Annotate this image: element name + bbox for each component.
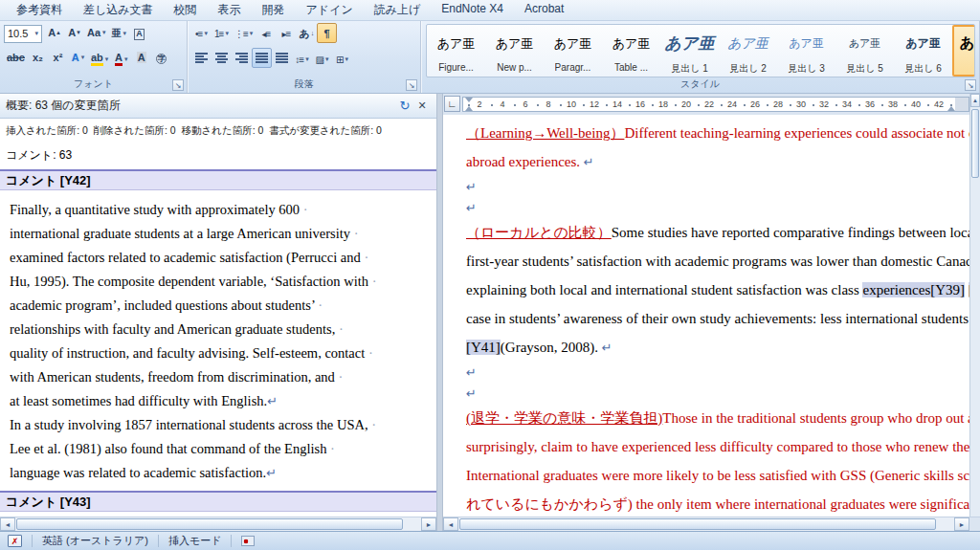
scroll-left-icon[interactable]: ◄	[443, 517, 458, 531]
chevron-down-icon: ▾	[225, 30, 229, 37]
hanging-indent-marker[interactable]	[465, 102, 473, 111]
change-case-button[interactable]: Aa▾	[84, 23, 109, 43]
align-left-button[interactable]	[191, 48, 212, 68]
align-right-button[interactable]	[232, 48, 252, 68]
character-border-button[interactable]: A	[129, 24, 149, 44]
pane-divider[interactable]	[436, 94, 443, 531]
decrease-indent-button[interactable]: ◂≡	[256, 24, 276, 44]
doc-line: International graduates were more likely…	[466, 461, 969, 490]
superscript-glyph: x²	[54, 52, 63, 63]
scroll-right-icon[interactable]: ►	[421, 517, 436, 531]
text-effects-button[interactable]: A▾	[68, 48, 88, 68]
style-item-見出し 2[interactable]: あア亜見出し 2	[719, 25, 777, 77]
style-item-見出し 3[interactable]: あア亜見出し 3	[777, 25, 835, 77]
ruler-tick: 40	[910, 99, 922, 109]
comment-header-y42[interactable]: コメント [Y42]	[0, 169, 436, 190]
menu-tab-アドイン[interactable]: アドイン	[296, 0, 364, 21]
text-highlight-color-button[interactable]: ab▾	[88, 49, 111, 69]
scroll-right-icon[interactable]: ►	[954, 517, 969, 531]
macro-record-icon[interactable]	[241, 536, 255, 546]
distribute-icon	[276, 53, 288, 63]
style-item-見出し 6[interactable]: あア亜見出し 6	[894, 25, 952, 77]
font-color-button[interactable]: A▾	[111, 49, 131, 69]
justify-button[interactable]	[252, 48, 272, 68]
justify-icon	[256, 53, 268, 63]
shading-button[interactable]: ▨▾	[312, 50, 332, 70]
sort-button[interactable]: あ↓	[296, 23, 317, 43]
borders-button[interactable]: ⊞▾	[332, 50, 352, 70]
multilevel-list-button[interactable]: ⋮≡▾	[232, 24, 256, 44]
distribute-button[interactable]	[272, 48, 292, 68]
bullets-glyph: •≡	[195, 29, 202, 39]
subscript-button[interactable]: x₂	[28, 48, 48, 68]
style-preview: あア亜	[849, 25, 881, 62]
style-item-見出し 5[interactable]: あア亜見出し 5	[835, 25, 894, 77]
bullets-button[interactable]: •≡▾	[191, 24, 212, 44]
phonetic-guide-glyph: 亜	[112, 28, 122, 38]
paragraph-group-label: 段落	[188, 77, 420, 91]
hscroll-track[interactable]	[937, 517, 954, 531]
style-item-Table ...[interactable]: あア亜Table ...	[602, 25, 660, 77]
styles-dialog-launcher-icon[interactable]: ↘	[965, 79, 976, 91]
menu-tab-校閲[interactable]: 校閲	[164, 0, 208, 21]
document-canvas[interactable]: （Learning→Well-being）Different teaching-…	[443, 115, 969, 517]
style-item-New p...[interactable]: あア亜New p...	[485, 25, 544, 77]
font-size-combo[interactable]: 10.5 ▾	[4, 25, 42, 43]
ruler-tick: 4	[497, 99, 508, 109]
tab-selector[interactable]: ∟	[444, 96, 460, 112]
line-spacing-button[interactable]: ↕≡▾	[292, 50, 312, 70]
menu-tab-EndNote X4[interactable]: EndNote X4	[431, 0, 514, 21]
style-item-見出し 1[interactable]: あア亜見出し 1	[660, 25, 719, 77]
hscroll-thumb[interactable]	[16, 518, 403, 530]
ruler-tick: 44	[956, 99, 968, 109]
scroll-up-icon[interactable]: ▲	[970, 94, 980, 107]
refresh-icon[interactable]: ↻	[396, 98, 413, 115]
insert-mode-status[interactable]: 挿入モード	[168, 534, 222, 548]
font-dialog-launcher-icon[interactable]: ↘	[172, 79, 184, 91]
scroll-left-icon[interactable]: ◄	[0, 517, 15, 531]
doc-line: (退学・学業の意味・学業負担)Those in the traditional …	[466, 404, 969, 432]
doc-line: first-year students’ satisfaction with a…	[466, 247, 969, 275]
style-item-Figure...[interactable]: あア亜Figure...	[427, 25, 485, 77]
align-center-button[interactable]	[212, 48, 232, 68]
menu-tab-開発[interactable]: 開発	[252, 0, 296, 21]
style-label: 見出し 3	[788, 62, 825, 75]
paragraph-dialog-launcher-icon[interactable]: ↘	[406, 79, 417, 91]
numbering-button[interactable]: 1≡▾	[212, 24, 232, 44]
paragraph-mark-icon: ↵	[584, 155, 594, 169]
vscroll-thumb[interactable]	[971, 109, 979, 178]
menu-tab-参考資料[interactable]: 参考資料	[6, 0, 73, 21]
superscript-button[interactable]: x²	[48, 48, 68, 68]
hscroll-thumb[interactable]	[459, 518, 936, 530]
ruler[interactable]: 2468101214161820222426283032343638404244	[462, 97, 969, 112]
menu-tab-差し込み文書[interactable]: 差し込み文書	[73, 0, 164, 21]
menu-tab-表示[interactable]: 表示	[208, 0, 252, 21]
strikethrough-button[interactable]: abc	[4, 48, 28, 68]
style-item-Paragr...[interactable]: あア亜Paragr...	[544, 25, 602, 77]
language-status[interactable]: 英語 (オーストラリア)	[42, 534, 148, 548]
right-indent-marker[interactable]	[947, 102, 955, 111]
proofing-status-icon[interactable]: ✗	[8, 535, 22, 547]
show-formatting-marks-button[interactable]: ¶	[317, 23, 337, 43]
enclose-characters-button[interactable]: 字	[151, 49, 171, 69]
paragraph-row-2: ↕≡▾▨▾⊞▾	[188, 46, 420, 71]
chevron-down-icon: ▾	[250, 30, 254, 37]
menu-tab-Acrobat[interactable]: Acrobat	[514, 0, 574, 21]
chevron-down-icon: ▾	[305, 55, 309, 63]
style-label: 見出し 5	[846, 62, 883, 75]
shrink-font-button[interactable]: A▾	[64, 23, 84, 43]
menu-tab-読み上げ[interactable]: 読み上げ	[364, 0, 432, 21]
close-icon[interactable]: ✕	[413, 98, 431, 115]
comment-header-y43[interactable]: コメント [Y43]	[0, 491, 436, 512]
increase-indent-button[interactable]: ▸≡	[276, 24, 296, 44]
review-summary: 概要: 63 個の変更箇所	[6, 98, 121, 114]
style-item-partial[interactable]: あア亜	[952, 25, 975, 77]
grow-font-button[interactable]: A▴	[44, 23, 64, 43]
ruler-tick: 18	[657, 99, 669, 109]
phonetic-guide-button[interactable]: 亜▾	[109, 23, 130, 43]
ruler-tick: 26	[749, 99, 761, 109]
character-shading-button[interactable]: A	[131, 48, 151, 68]
hscroll-track[interactable]	[404, 517, 421, 531]
comment-text-line: international graduate students at a lar…	[10, 222, 427, 246]
align-center-icon	[215, 53, 228, 63]
